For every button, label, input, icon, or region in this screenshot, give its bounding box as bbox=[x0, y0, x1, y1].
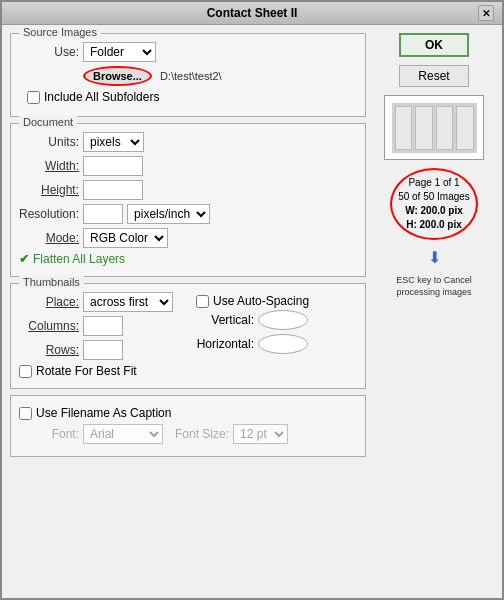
rotate-row: Rotate For Best Fit bbox=[19, 364, 180, 378]
right-panel: OK Reset Page 1 of 1 50 of 50 Images W: … bbox=[374, 33, 494, 590]
vertical-row: Vertical: 0 bbox=[196, 310, 357, 330]
subfolders-row: Include All Subfolders bbox=[27, 90, 357, 104]
units-select[interactable]: pixels inches cm bbox=[83, 132, 144, 152]
mode-row: Mode: RGB Color Grayscale CMYK bbox=[19, 228, 357, 248]
include-subfolders-checkbox[interactable] bbox=[27, 91, 40, 104]
font-label: Font: bbox=[19, 427, 79, 441]
left-panel: Source Images Use: Folder File Selected … bbox=[10, 33, 366, 590]
height-row: Height: 1000 bbox=[19, 180, 357, 200]
thumb-right: Use Auto-Spacing Vertical: 0 Horizontal:… bbox=[196, 292, 357, 380]
width-label: Width: bbox=[19, 159, 79, 173]
preview-col-2 bbox=[415, 106, 433, 150]
auto-spacing-checkbox[interactable] bbox=[196, 295, 209, 308]
filename-section: Use Filename As Caption Font: Arial Font… bbox=[10, 395, 366, 457]
columns-input[interactable]: 10 bbox=[83, 316, 123, 336]
reset-button[interactable]: Reset bbox=[399, 65, 469, 87]
rotate-checkbox[interactable] bbox=[19, 365, 32, 378]
source-images-section: Source Images Use: Folder File Selected … bbox=[10, 33, 366, 117]
font-size-select[interactable]: 12 pt bbox=[233, 424, 288, 444]
rotate-label: Rotate For Best Fit bbox=[36, 364, 137, 378]
auto-spacing-label: Use Auto-Spacing bbox=[213, 294, 309, 308]
filename-row: Use Filename As Caption bbox=[19, 406, 357, 420]
auto-spacing-row: Use Auto-Spacing bbox=[196, 294, 357, 308]
resolution-row: Resolution: 72 pixels/inch pixels/cm bbox=[19, 204, 357, 224]
place-select[interactable]: across first down first bbox=[83, 292, 173, 312]
horizontal-label: Horizontal: bbox=[196, 337, 254, 351]
width-info: W: 200.0 pix bbox=[398, 204, 470, 218]
download-arrow-icon: ⬇ bbox=[428, 248, 441, 267]
image-count: 50 of 50 Images bbox=[398, 190, 470, 204]
place-row: Place: across first down first bbox=[19, 292, 180, 312]
font-row: Font: Arial Font Size: 12 pt bbox=[19, 424, 357, 444]
thumb-left: Place: across first down first Columns: … bbox=[19, 292, 180, 380]
units-row: Units: pixels inches cm bbox=[19, 132, 357, 152]
info-box: Page 1 of 1 50 of 50 Images W: 200.0 pix… bbox=[390, 168, 478, 240]
path-display: D:\test\test2\ bbox=[160, 70, 222, 82]
thumbnails-content: Place: across first down first Columns: … bbox=[19, 292, 357, 380]
units-label: Units: bbox=[19, 135, 79, 149]
place-label: Place: bbox=[19, 295, 79, 309]
thumbnails-label: Thumbnails bbox=[19, 276, 84, 288]
horizontal-input[interactable]: 0 bbox=[258, 334, 308, 354]
page-info: Page 1 of 1 bbox=[398, 176, 470, 190]
preview-box bbox=[384, 95, 484, 160]
filename-label: Use Filename As Caption bbox=[36, 406, 171, 420]
font-select[interactable]: Arial bbox=[83, 424, 163, 444]
columns-row: Columns: 10 bbox=[19, 316, 180, 336]
close-button[interactable]: ✕ bbox=[478, 5, 494, 21]
use-select[interactable]: Folder File Selected bbox=[83, 42, 156, 62]
resolution-label: Resolution: bbox=[19, 207, 79, 221]
ok-button[interactable]: OK bbox=[399, 33, 469, 57]
flatten-check-icon: ✔ bbox=[19, 252, 29, 266]
window-title: Contact Sheet II bbox=[207, 6, 298, 20]
main-window: Contact Sheet II ✕ Source Images Use: Fo… bbox=[0, 0, 504, 600]
preview-inner bbox=[392, 103, 477, 153]
document-section: Document Units: pixels inches cm Width: … bbox=[10, 123, 366, 277]
flatten-row: ✔ Flatten All Layers bbox=[19, 252, 357, 266]
rows-input[interactable]: 5 bbox=[83, 340, 123, 360]
mode-select[interactable]: RGB Color Grayscale CMYK bbox=[83, 228, 168, 248]
vertical-input[interactable]: 0 bbox=[258, 310, 308, 330]
thumbnails-section: Thumbnails Place: across first down firs… bbox=[10, 283, 366, 389]
preview-col-1 bbox=[395, 106, 413, 150]
use-row: Use: Folder File Selected bbox=[19, 42, 357, 62]
include-subfolders-label: Include All Subfolders bbox=[44, 90, 159, 104]
font-size-label: Font Size: bbox=[175, 427, 229, 441]
horizontal-row: Horizontal: 0 bbox=[196, 334, 357, 354]
preview-col-4 bbox=[456, 106, 474, 150]
source-images-label: Source Images bbox=[19, 26, 101, 38]
resolution-input[interactable]: 72 bbox=[83, 204, 123, 224]
use-label: Use: bbox=[19, 45, 79, 59]
flatten-label: Flatten All Layers bbox=[33, 252, 125, 266]
width-row: Width: 2000 bbox=[19, 156, 357, 176]
browse-row: Browse... D:\test\test2\ bbox=[19, 66, 357, 86]
preview-col-3 bbox=[436, 106, 454, 150]
filename-checkbox[interactable] bbox=[19, 407, 32, 420]
document-label: Document bbox=[19, 116, 77, 128]
vertical-label: Vertical: bbox=[196, 313, 254, 327]
width-input[interactable]: 2000 bbox=[83, 156, 143, 176]
browse-button[interactable]: Browse... bbox=[83, 66, 152, 86]
resolution-unit-select[interactable]: pixels/inch pixels/cm bbox=[127, 204, 210, 224]
title-bar: Contact Sheet II ✕ bbox=[2, 2, 502, 25]
columns-label: Columns: bbox=[19, 319, 79, 333]
height-label: Height: bbox=[19, 183, 79, 197]
height-info: H: 200.0 pix bbox=[398, 218, 470, 232]
esc-info: ESC key to Cancel processing images bbox=[374, 275, 494, 298]
mode-label: Mode: bbox=[19, 231, 79, 245]
rows-row: Rows: 5 bbox=[19, 340, 180, 360]
rows-label: Rows: bbox=[19, 343, 79, 357]
height-input[interactable]: 1000 bbox=[83, 180, 143, 200]
